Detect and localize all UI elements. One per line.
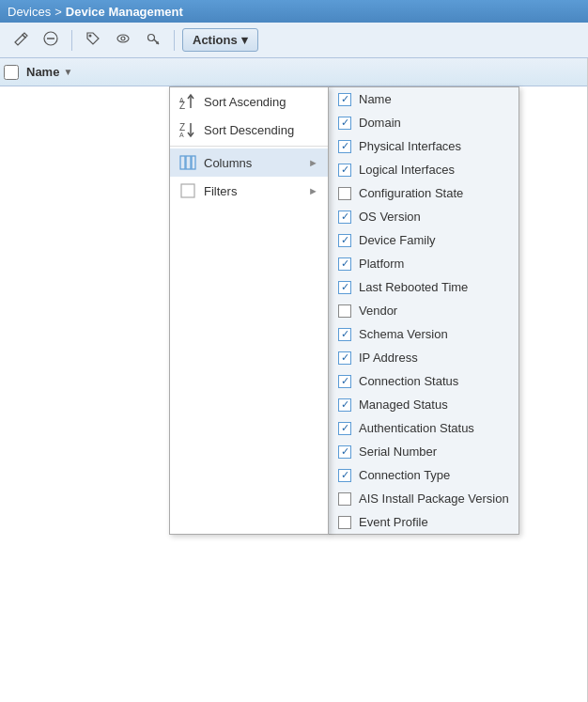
col-physical-interfaces-checkbox[interactable] <box>338 140 351 153</box>
minus-icon <box>43 31 58 49</box>
dropdown-container: A Z Sort Ascending Z <box>169 86 519 535</box>
col-vendor-label: Vendor <box>359 304 397 318</box>
col-logical-interfaces-label: Logical Interfaces <box>359 163 455 177</box>
col-schema-version-checkbox[interactable] <box>338 328 351 341</box>
tag-button[interactable] <box>80 27 106 53</box>
col-domain-label: Domain <box>359 116 401 130</box>
col-last-rebooted-checkbox[interactable] <box>338 281 351 294</box>
key-icon <box>146 31 161 49</box>
menu-divider <box>170 146 328 147</box>
col-ais-install-checkbox[interactable] <box>338 492 351 506</box>
svg-point-5 <box>148 35 155 41</box>
view-button[interactable] <box>110 27 136 53</box>
key-button[interactable] <box>140 27 166 53</box>
breadcrumb-root[interactable]: Devices <box>8 5 51 19</box>
col-auth-status-label: Authentication Status <box>359 421 474 435</box>
col-device-family[interactable]: Device Family <box>329 228 518 252</box>
col-connection-status-label: Connection Status <box>359 374 458 388</box>
remove-button[interactable] <box>38 27 64 53</box>
col-os-version-checkbox[interactable] <box>338 211 351 224</box>
col-os-version-label: OS Version <box>359 210 421 224</box>
col-configuration-state[interactable]: Configuration State <box>329 181 518 205</box>
col-auth-status-checkbox[interactable] <box>338 422 351 435</box>
col-serial-number-label: Serial Number <box>359 445 437 459</box>
actions-label: Actions <box>193 33 238 47</box>
col-ais-install-label: AIS Install Package Version <box>359 491 509 506</box>
svg-rect-15 <box>181 184 194 197</box>
svg-point-2 <box>89 35 92 38</box>
col-connection-type-checkbox[interactable] <box>338 469 351 482</box>
col-physical-interfaces[interactable]: Physical Interfaces <box>329 134 518 158</box>
col-event-profile-checkbox[interactable] <box>338 516 351 529</box>
main-area: › Name ▼ A Z <box>0 58 588 702</box>
col-schema-version-label: Schema Version <box>359 327 448 341</box>
svg-rect-13 <box>186 156 191 169</box>
col-domain[interactable]: Domain <box>329 111 518 134</box>
columns-arrow-icon: ► <box>308 157 318 168</box>
filters-label: Filters <box>204 184 237 198</box>
name-column-header: Name <box>26 65 59 79</box>
col-platform[interactable]: Platform <box>329 252 518 275</box>
col-logical-interfaces[interactable]: Logical Interfaces <box>329 158 518 181</box>
col-platform-checkbox[interactable] <box>338 257 351 271</box>
col-device-family-checkbox[interactable] <box>338 234 351 247</box>
tag-icon <box>85 31 101 49</box>
col-last-rebooted[interactable]: Last Rebooted Time <box>329 275 518 299</box>
col-name-checkbox[interactable] <box>338 93 351 106</box>
breadcrumb-separator: > <box>54 5 62 19</box>
svg-text:A: A <box>179 132 184 138</box>
col-ip-address[interactable]: IP Address <box>329 346 518 369</box>
columns-icon <box>179 154 196 171</box>
edit-button[interactable] <box>8 27 34 53</box>
edit-icon <box>13 31 28 49</box>
sort-desc-icon: Z A <box>179 121 196 138</box>
col-os-version[interactable]: OS Version <box>329 205 518 228</box>
sort-descending-label: Sort Descending <box>204 123 294 137</box>
col-serial-number[interactable]: Serial Number <box>329 440 518 463</box>
col-connection-status[interactable]: Connection Status <box>329 369 518 393</box>
col-ais-install[interactable]: AIS Install Package Version <box>329 487 518 510</box>
svg-point-3 <box>117 35 129 42</box>
columns-item[interactable]: Columns ► <box>170 148 328 177</box>
col-serial-number-checkbox[interactable] <box>338 445 351 459</box>
svg-rect-14 <box>192 156 195 169</box>
col-managed-status-checkbox[interactable] <box>338 398 351 412</box>
col-domain-checkbox[interactable] <box>338 117 351 130</box>
table-header: Name ▼ A Z <box>0 58 587 86</box>
columns-submenu: NameDomainPhysical InterfacesLogical Int… <box>328 86 519 535</box>
sort-ascending-item[interactable]: A Z Sort Ascending <box>170 87 328 116</box>
filters-icon <box>179 182 196 199</box>
col-auth-status[interactable]: Authentication Status <box>329 416 518 440</box>
toolbar-divider-2 <box>174 30 175 51</box>
col-name-label: Name <box>359 92 392 106</box>
breadcrumb-current: Device Management <box>66 5 183 19</box>
svg-point-4 <box>121 37 125 40</box>
col-connection-type-label: Connection Type <box>359 468 450 482</box>
col-logical-interfaces-checkbox[interactable] <box>338 164 351 177</box>
col-configuration-state-checkbox[interactable] <box>338 187 351 200</box>
actions-button[interactable]: Actions ▾ <box>182 28 258 52</box>
toolbar: Actions ▾ <box>0 23 588 58</box>
col-managed-status[interactable]: Managed Status <box>329 393 518 416</box>
col-connection-type[interactable]: Connection Type <box>329 463 518 487</box>
sort-ascending-label: Sort Ascending <box>204 95 286 109</box>
col-name[interactable]: Name <box>329 87 518 111</box>
col-vendor-checkbox[interactable] <box>338 304 351 318</box>
col-vendor[interactable]: Vendor <box>329 299 518 322</box>
svg-text:Z: Z <box>179 101 185 110</box>
select-all-checkbox[interactable] <box>4 65 19 80</box>
col-schema-version[interactable]: Schema Version <box>329 322 518 346</box>
filters-item[interactable]: Filters ► <box>170 177 328 205</box>
primary-dropdown: A Z Sort Ascending Z <box>169 86 329 535</box>
sort-descending-item[interactable]: Z A Sort Descending <box>170 116 328 144</box>
col-physical-interfaces-label: Physical Interfaces <box>359 139 461 153</box>
toolbar-divider <box>71 30 72 51</box>
col-last-rebooted-label: Last Rebooted Time <box>359 280 468 294</box>
table-area: Name ▼ A Z <box>0 58 588 702</box>
actions-arrow-icon: ▾ <box>241 33 248 47</box>
col-event-profile[interactable]: Event Profile <box>329 510 518 534</box>
sort-asc-icon: A Z <box>179 93 196 110</box>
col-connection-status-checkbox[interactable] <box>338 375 351 388</box>
col-ip-address-checkbox[interactable] <box>338 351 351 365</box>
filters-arrow-icon: ► <box>308 185 318 196</box>
